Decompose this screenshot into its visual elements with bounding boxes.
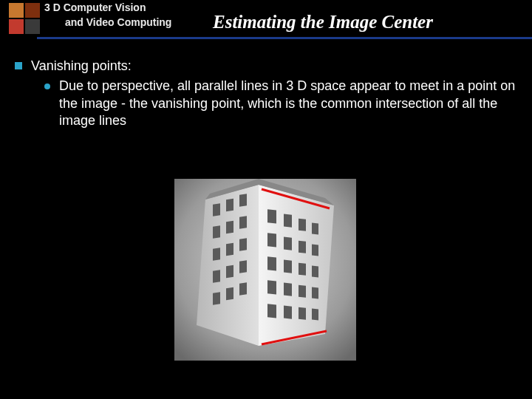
svg-rect-19 (267, 209, 276, 223)
logo-square (9, 3, 24, 18)
svg-rect-31 (267, 280, 276, 294)
slide-title: Estimating the Image Center (213, 12, 433, 33)
svg-rect-29 (299, 263, 306, 276)
svg-rect-25 (299, 241, 306, 253)
title-underline (0, 37, 532, 39)
svg-rect-16 (213, 292, 220, 304)
svg-rect-38 (312, 309, 318, 321)
slide-content: Vanishing points: Due to perspective, al… (15, 58, 517, 130)
slide-header: 3 D Computer Vision and Video Computing … (0, 0, 532, 43)
svg-rect-10 (213, 248, 220, 260)
svg-rect-20 (284, 214, 292, 228)
svg-rect-15 (239, 260, 247, 273)
bullet-item: Vanishing points: (15, 58, 517, 75)
logo-square (9, 19, 24, 34)
bullet-dot-icon (44, 83, 50, 89)
svg-rect-32 (284, 283, 292, 296)
svg-rect-28 (284, 260, 292, 273)
svg-rect-22 (312, 223, 318, 235)
svg-rect-34 (312, 287, 318, 299)
svg-rect-5 (226, 199, 233, 211)
svg-rect-26 (312, 245, 318, 256)
svg-rect-18 (239, 282, 247, 295)
logo-grid (9, 3, 40, 34)
vanishing-point-figure (174, 179, 356, 361)
svg-rect-21 (299, 219, 306, 231)
sub-bullet-text: Due to perspective, all parallel lines i… (59, 78, 517, 129)
svg-rect-4 (213, 203, 220, 216)
svg-rect-17 (226, 287, 233, 300)
svg-rect-8 (226, 221, 233, 233)
svg-rect-24 (284, 237, 292, 250)
logo-square (25, 3, 40, 18)
svg-rect-30 (312, 266, 318, 278)
svg-rect-11 (226, 243, 233, 256)
svg-rect-37 (299, 307, 306, 320)
bullet-text: Vanishing points: (31, 58, 132, 75)
svg-rect-36 (284, 306, 292, 319)
svg-rect-12 (239, 238, 247, 250)
svg-rect-14 (226, 265, 233, 278)
svg-rect-33 (299, 285, 306, 298)
header-subtitle-line2: and Video Computing (65, 16, 171, 28)
svg-rect-35 (267, 304, 276, 318)
logo-square (25, 19, 40, 34)
bullet-square-icon (15, 62, 22, 69)
svg-rect-7 (213, 225, 220, 238)
svg-rect-27 (267, 256, 276, 270)
header-subtitle-line1: 3 D Computer Vision (44, 1, 146, 13)
sub-bullet-item: Due to perspective, all parallel lines i… (44, 78, 517, 129)
svg-rect-9 (239, 216, 247, 228)
svg-rect-6 (239, 194, 247, 206)
svg-rect-23 (267, 233, 276, 247)
svg-rect-13 (213, 270, 220, 282)
